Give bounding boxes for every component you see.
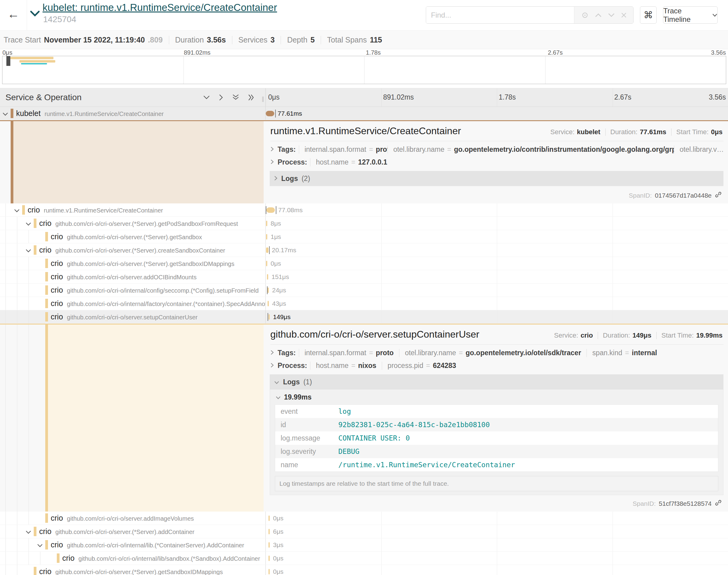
keyboard-shortcuts-button[interactable]: ⌘ <box>640 6 657 24</box>
expand-chevron-down-icon[interactable] <box>26 248 31 254</box>
span-row-name-column[interactable]: criogithub.com/cri-o/cri-o/server.(*Serv… <box>0 230 266 243</box>
span-bar[interactable] <box>268 555 270 561</box>
back-arrow-icon[interactable]: ← <box>5 5 22 23</box>
log-field-value[interactable]: /runtime.v1.RuntimeService/CreateContain… <box>338 461 515 469</box>
span-bar[interactable] <box>268 515 270 521</box>
span-row-timeline[interactable]: 24μs <box>266 283 728 297</box>
span-row-name-column[interactable]: crioruntime.v1.RuntimeService/CreateCont… <box>0 203 266 216</box>
link-icon[interactable] <box>715 191 722 200</box>
expand-all-double-chevron-right-icon[interactable] <box>248 94 255 102</box>
collapse-one-chevron-down-icon[interactable] <box>203 95 210 101</box>
column-resize-grip[interactable]: ∥ <box>262 96 265 102</box>
span-row-timeline[interactable]: 6μs <box>266 525 728 538</box>
span-row-timeline[interactable]: 8μs <box>266 217 728 230</box>
span-bar[interactable] <box>268 542 270 548</box>
span-row-timeline[interactable]: 0μs <box>266 257 728 270</box>
span-row[interactable]: criogithub.com/cri-o/cri-o/server.(*Serv… <box>0 230 728 243</box>
span-row[interactable]: criogithub.com/cri-o/cri-o/internal/lib/… <box>0 552 728 565</box>
span-bar[interactable] <box>268 288 269 293</box>
span-row-timeline[interactable]: 0μs <box>266 552 728 565</box>
span-bar[interactable] <box>268 314 270 320</box>
chevron-right-icon[interactable] <box>274 175 277 183</box>
chevron-down-icon[interactable] <box>275 393 281 401</box>
log-field-value[interactable]: DEBUG <box>338 447 359 455</box>
span-row-name-column[interactable]: criogithub.com/cri-o/cri-o/server.addOCI… <box>0 270 266 283</box>
span-row[interactable]: criogithub.com/cri-o/cri-o/server.addOCI… <box>0 270 728 283</box>
span-bar[interactable] <box>267 274 268 280</box>
collapse-trace-chevron-down-icon[interactable] <box>30 10 40 18</box>
log-field-value[interactable]: 92b82381-025c-4a64-815c-ba2e1bb08100 <box>338 421 490 429</box>
span-row-name-column[interactable]: criogithub.com/cri-o/cri-o/server.(*Serv… <box>0 565 266 575</box>
focus-target-icon[interactable] <box>581 11 589 19</box>
span-row-timeline[interactable]: 20.17ms <box>266 243 728 257</box>
chevron-right-icon[interactable] <box>270 362 274 370</box>
link-icon[interactable] <box>715 499 722 508</box>
log-entry-header[interactable]: 19.99ms <box>275 390 718 404</box>
process-row[interactable]: Process:host.name=127.0.0.1 <box>270 158 723 167</box>
expand-one-chevron-right-icon[interactable] <box>219 94 224 102</box>
span-bar[interactable] <box>268 529 270 534</box>
span-row[interactable]: criogithub.com/cri-o/cri-o/server.(*Serv… <box>0 565 728 575</box>
span-row-name-column[interactable]: criogithub.com/cri-o/cri-o/server.(*Serv… <box>0 257 266 270</box>
span-row-timeline[interactable]: 77.61ms <box>266 107 728 120</box>
span-row-name-column[interactable]: criogithub.com/cri-o/cri-o/internal/lib.… <box>0 538 266 551</box>
expand-chevron-down-icon[interactable] <box>26 530 31 535</box>
span-row[interactable]: crioruntime.v1.RuntimeService/CreateCont… <box>0 203 728 217</box>
span-row-name-column[interactable]: criogithub.com/cri-o/cri-o/internal/conf… <box>0 283 266 297</box>
span-row[interactable]: criogithub.com/cri-o/cri-o/internal/lib.… <box>0 538 728 552</box>
prev-result-chevron-up-icon[interactable] <box>595 13 602 18</box>
expand-chevron-down-icon[interactable] <box>14 208 20 214</box>
span-row-timeline[interactable]: 0μs <box>266 512 728 525</box>
span-row-name-column[interactable]: criogithub.com/cri-o/cri-o/server.setupC… <box>0 310 266 323</box>
span-row-name-column[interactable]: criogithub.com/cri-o/cri-o/internal/lib/… <box>0 552 266 565</box>
minimap-canvas[interactable] <box>2 56 726 84</box>
span-row-timeline[interactable]: 77.08ms <box>266 203 728 216</box>
span-row-timeline[interactable]: 43μs <box>266 297 728 310</box>
span-row[interactable]: criogithub.com/cri-o/cri-o/internal/fact… <box>0 297 728 310</box>
logs-accordion[interactable]: Logs(2) <box>270 171 723 186</box>
span-row-name-column[interactable]: criogithub.com/cri-o/cri-o/server.(*Serv… <box>0 525 266 538</box>
span-row[interactable]: criogithub.com/cri-o/cri-o/server.addIma… <box>0 512 728 525</box>
span-bar[interactable] <box>266 221 267 226</box>
span-bar[interactable] <box>268 569 270 574</box>
span-row-name-column[interactable]: criogithub.com/cri-o/cri-o/server.addIma… <box>0 512 266 525</box>
span-bar[interactable] <box>266 111 274 116</box>
span-bar[interactable] <box>266 207 275 213</box>
span-bar[interactable] <box>266 247 268 253</box>
chevron-down-icon[interactable] <box>274 378 279 386</box>
log-field-value[interactable]: CONTAINER USER: 0 <box>338 434 410 442</box>
process-row[interactable]: Process:host.name=nixosprocess.pid=62428… <box>270 361 723 370</box>
tags-row[interactable]: Tags:internal.span.format=protootel.libr… <box>270 145 723 154</box>
expand-chevron-down-icon[interactable] <box>2 112 8 117</box>
next-result-chevron-down-icon[interactable] <box>608 13 615 18</box>
expand-chevron-down-icon[interactable] <box>26 222 31 227</box>
span-bar[interactable] <box>266 234 267 240</box>
find-input[interactable] <box>426 7 574 23</box>
span-row-timeline[interactable]: 149μs <box>266 310 728 323</box>
span-row[interactable]: criogithub.com/cri-o/cri-o/server.(*Serv… <box>0 243 728 257</box>
collapse-all-double-chevron-down-icon[interactable] <box>232 94 239 102</box>
chevron-right-icon[interactable] <box>270 145 274 154</box>
span-row[interactable]: criogithub.com/cri-o/cri-o/server.(*Serv… <box>0 257 728 270</box>
clear-find-icon[interactable] <box>621 12 627 18</box>
span-row-name-column[interactable]: criogithub.com/cri-o/cri-o/server.(*Serv… <box>0 217 266 230</box>
span-row[interactable]: criogithub.com/cri-o/cri-o/server.setupC… <box>0 310 728 324</box>
logs-accordion[interactable]: Logs(1) <box>270 374 723 390</box>
span-row-name-column[interactable]: kubeletruntime.v1.RuntimeService/CreateC… <box>0 107 266 120</box>
trace-title-link[interactable]: kubelet: runtime.v1.RuntimeService/Creat… <box>42 2 277 13</box>
trace-view-selector[interactable]: Trace Timeline <box>663 6 718 24</box>
span-row-timeline[interactable]: 1μs <box>266 230 728 243</box>
minimap-scrubber-handle[interactable] <box>6 56 10 66</box>
span-row[interactable]: criogithub.com/cri-o/cri-o/server.(*Serv… <box>0 525 728 538</box>
span-row-timeline[interactable]: 3μs <box>266 538 728 551</box>
span-row-timeline[interactable]: 0μs <box>266 565 728 575</box>
span-row[interactable]: kubeletruntime.v1.RuntimeService/CreateC… <box>0 107 728 120</box>
tags-row[interactable]: Tags:internal.span.format=protootel.libr… <box>270 348 723 357</box>
span-bar[interactable] <box>268 301 269 306</box>
span-row[interactable]: criogithub.com/cri-o/cri-o/server.(*Serv… <box>0 217 728 230</box>
log-field-value[interactable]: log <box>338 407 351 415</box>
span-bar[interactable] <box>266 261 267 266</box>
expand-chevron-down-icon[interactable] <box>37 543 43 549</box>
span-row-name-column[interactable]: criogithub.com/cri-o/cri-o/server.(*Serv… <box>0 243 266 257</box>
span-row-name-column[interactable]: criogithub.com/cri-o/cri-o/internal/fact… <box>0 297 266 310</box>
